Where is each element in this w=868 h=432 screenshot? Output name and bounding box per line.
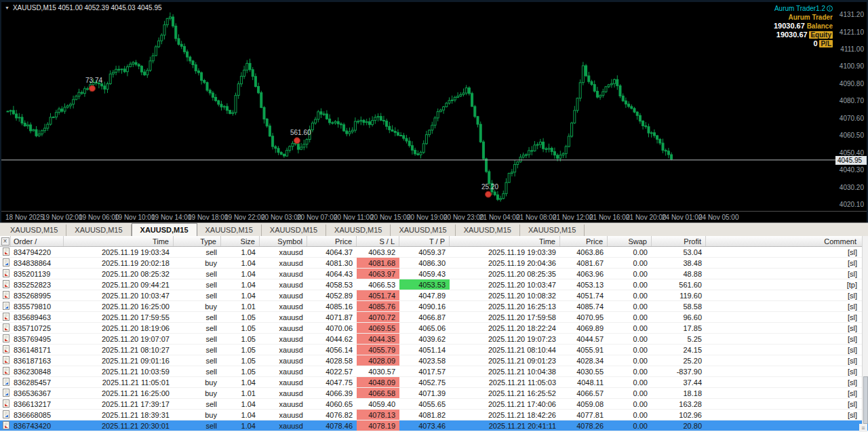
chart-tab-6[interactable]: XAUUSD,M15 [391,224,455,236]
price-axis-label: 4100.90 [840,62,864,70]
cell-symbol: xauusd [260,366,307,376]
table-row[interactable]: 8362854572025.11.21 11:05:01buy1.04xauus… [0,377,868,388]
chart-tab-2[interactable]: XAUUSD,M15 [132,223,197,236]
table-row[interactable]: 8361481712025.11.21 08:10:27sell1.05xauu… [0,345,868,355]
cell-open-time: 2025.11.21 17:39:17 [64,399,174,409]
cell-size: 1.01 [221,301,260,311]
cell-type: sell [174,345,221,355]
chart-dropdown-icon[interactable]: ▼ [5,5,9,10]
cell-order: 835710725 [11,323,64,333]
cell-tp: 4047.89 [399,290,450,300]
cell-size: 1.04 [221,247,260,257]
cell-type: buy [174,258,221,268]
cell-price: 4085.16 [307,301,357,311]
table-row[interactable]: 8357694952025.11.20 19:07:07sell1.05xauu… [0,334,868,345]
column-header-swap[interactable]: Swap [608,236,652,246]
chart-tab-3[interactable]: XAUUSD,M15 [197,224,262,236]
cell-tp: 4053.53 [399,279,450,290]
cell-tp: 4071.39 [399,388,450,398]
column-header-time[interactable]: Time [450,236,560,246]
cell-price: 4056.14 [307,345,357,355]
cell-size: 1.05 [221,366,260,376]
cell-profit: 48.88 [652,269,706,279]
column-header-symbol[interactable]: Symbol [260,236,307,246]
chart-tab-8[interactable]: XAUUSD,M15 [520,224,585,236]
table-row[interactable]: 8352528232025.11.20 09:44:21sell1.04xauu… [0,279,868,290]
table-row[interactable]: 8347942202025.11.19 19:03:34sell1.04xauu… [0,247,868,258]
order-doc-icon [0,355,11,366]
column-header-tp[interactable]: T / P [399,236,450,246]
cell-symbol: xauusd [260,247,307,257]
cell-open-time: 2025.11.20 19:07:07 [64,334,174,344]
current-price-tag: 4045.95 [835,156,867,165]
chart-tab-bar: XAUUSD,M15XAUUSD,M15XAUUSD,M15XAUUSD,M15… [0,222,868,236]
cell-close-time: 2025.11.21 08:10:44 [450,345,560,355]
price-axis-label: 4080.70 [840,97,864,104]
resize-grip-icon[interactable]: ≡ [859,424,867,432]
indicator-info-icon[interactable]: i [827,5,833,12]
table-row[interactable]: 8365363672025.11.21 16:25:00buy1.01xauus… [0,388,868,399]
table-vscrollbar[interactable] [862,236,868,424]
column-header-price[interactable]: Price [307,236,357,246]
close-toolbox-button[interactable]: × [1,237,9,246]
table-row[interactable]: 8355798102025.11.20 16:25:00buy1.01xauus… [0,301,868,312]
cell-open-time: 2025.11.21 09:01:16 [64,355,174,366]
cell-symbol: xauusd [260,420,307,431]
chart-tab-4[interactable]: XAUUSD,M15 [262,224,326,236]
cell-size: 1.04 [221,399,260,409]
cell-order: 834794220 [11,247,64,257]
cell-tp: 4023.58 [399,355,450,366]
table-row[interactable]: 8357107252025.11.20 18:19:06sell1.05xauu… [0,323,868,334]
time-axis-label: 19 Nov 22:00 [224,214,265,221]
table-row[interactable]: 8356894632025.11.20 17:59:55sell1.05xauu… [0,312,868,323]
cell-price: 4064.43 [307,269,357,279]
table-row[interactable]: 8366132172025.11.21 17:39:17sell1.04xauu… [0,399,868,410]
cell-order: 835769495 [11,334,64,344]
cell-sl: 4066.53 [357,279,399,290]
column-header-type[interactable]: Type [174,236,221,246]
chart-tab-7[interactable]: XAUUSD,M15 [456,224,520,236]
column-header-size[interactable]: Size [221,236,260,246]
table-vscrollbar-thumb[interactable] [863,376,868,424]
table-row[interactable]: 8361871632025.11.21 09:01:16sell1.05xauu… [0,355,868,366]
chart-tab-0[interactable]: XAUUSD,M15 [2,224,66,236]
chart-tab-5[interactable]: XAUUSD,M15 [326,224,391,236]
column-header-price[interactable]: Price [560,236,608,246]
cell-close-price: 4063.96 [560,269,608,279]
cell-tp: 4051.14 [399,345,450,355]
equity-line: 19030.67 Equity [774,31,833,39]
cell-swap: 0.00 [608,290,652,300]
cell-comment: [sl] [706,312,868,322]
cell-tp: 4073.46 [399,420,450,431]
column-header-order[interactable]: Order / [11,236,64,246]
candlestick-chart[interactable]: 73.74561.6025.20 [1,2,835,211]
cell-close-price: 4063.86 [560,247,608,257]
time-axis-label: 20 Nov 23:00 [443,214,484,221]
column-header-sl[interactable]: S / L [357,236,399,246]
cell-close-time: 2025.11.21 11:05:03 [450,377,560,387]
table-row[interactable]: 8348388642025.11.19 20:02:18buy1.04xauus… [0,258,868,269]
chart-tab-1[interactable]: XAUUSD,M15 [66,224,131,236]
cell-comment: [sl] [706,388,868,398]
price-axis[interactable]: 4045.95 4131.204121.104111.004100.904090… [835,2,867,211]
cell-profit: 561.60 [652,279,706,290]
table-row[interactable]: 8367434202025.11.21 20:30:01sell1.04xauu… [0,420,868,431]
table-row[interactable]: 8366680852025.11.21 18:39:31buy1.04xauus… [0,410,868,420]
cell-tp: 4081.82 [399,410,450,420]
time-axis-label: 19 Nov 18:00 [188,214,229,221]
table-row[interactable]: 8352011392025.11.20 08:25:32sell1.04xauu… [0,269,868,279]
time-axis[interactable]: 18 Nov 202519 Nov 02:0019 Nov 06:0019 No… [1,211,867,222]
cell-sl: 4078.19 [357,420,399,431]
cell-sl: 4063.92 [357,247,399,257]
column-header-time[interactable]: Time [64,236,174,246]
cell-size: 1.05 [221,355,260,366]
cell-type: sell [174,420,221,431]
table-row[interactable]: 8362308482025.11.21 10:03:59sell1.05xauu… [0,366,868,377]
column-header-profit[interactable]: Profit [652,236,706,246]
cell-close-time: 2025.11.21 20:41:11 [450,420,560,431]
time-axis-label: 21 Nov 16:00 [589,214,630,221]
column-header-comment[interactable]: Comment [706,236,868,246]
cell-open-time: 2025.11.19 20:02:18 [64,258,174,268]
table-row[interactable]: 8352689952025.11.20 10:03:47sell1.04xauu… [0,290,868,301]
cell-size: 1.04 [221,269,260,279]
